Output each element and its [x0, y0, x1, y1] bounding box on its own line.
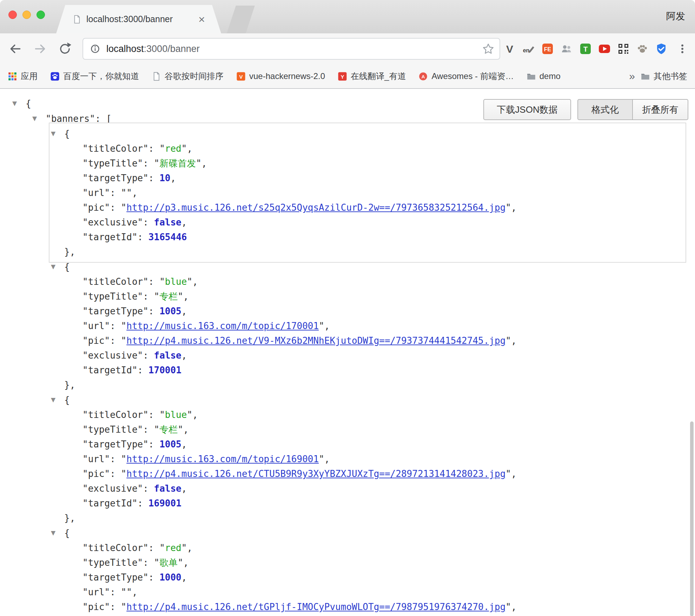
bookmark-label: demo [540, 71, 561, 81]
json-key: "titleColor" [82, 409, 148, 420]
bookmark-item[interactable]: demo [527, 71, 561, 81]
back-button[interactable] [8, 41, 23, 57]
address-bar[interactable]: localhost:3000/banner [82, 38, 500, 60]
bookmark-item[interactable]: 应用 [8, 71, 38, 82]
json-key: "exclusive" [82, 483, 143, 494]
json-punct: " [181, 143, 187, 154]
youtube-icon[interactable] [597, 41, 612, 57]
json-line: "pic": "http://p4.music.126.net/CTU5B9R9… [0, 466, 695, 481]
close-window-button[interactable] [8, 11, 17, 19]
json-link-value[interactable]: http://music.163.com/m/topic/170001 [126, 321, 319, 331]
json-line: }, [0, 378, 695, 392]
fe-extension-icon[interactable]: FE [540, 41, 555, 57]
json-punct: , [192, 409, 198, 420]
forward-button[interactable] [32, 41, 48, 57]
bookmark-star-icon[interactable] [482, 42, 495, 55]
expander-icon[interactable]: ▼ [32, 111, 46, 126]
youdao-dict-icon[interactable]: en [521, 41, 536, 57]
json-line: "targetId": 170001 [0, 363, 695, 378]
json-link-value[interactable]: http://p4.music.126.net/CTU5B9R9y3XyYBZX… [126, 468, 505, 479]
accounts-icon[interactable] [559, 41, 574, 57]
json-punct: : [143, 424, 154, 435]
svg-text:T: T [583, 45, 588, 53]
bookmarks-bar: 应用百度一下，你就知道谷歌按时间排序Vvue-hackernews-2.0Y在线… [0, 64, 695, 89]
expander-icon[interactable]: ▼ [51, 525, 64, 540]
bookmark-item[interactable]: 百度一下，你就知道 [50, 71, 139, 82]
json-key: "targetId" [82, 232, 138, 242]
json-link-value[interactable]: http://p4.music.126.net/V9-MXz6b2MNhEKju… [126, 335, 505, 346]
json-boolean-value: false [154, 350, 181, 361]
json-punct: : [110, 202, 121, 213]
json-line: "typeTitle": "歌单", [0, 555, 695, 570]
bookmark-item[interactable]: 谷歌按时间排序 [152, 71, 224, 82]
json-punct: : [148, 306, 159, 316]
banner-entry: ▼{"titleColor": "red","typeTitle": "歌单",… [0, 525, 695, 616]
json-punct: : [143, 291, 154, 302]
qr-code-icon[interactable] [616, 41, 631, 57]
browser-tab[interactable]: localhost:3000/banner × [56, 5, 221, 33]
expander-icon[interactable]: ▼ [51, 259, 64, 274]
json-number-value: 1000 [159, 572, 181, 583]
json-boolean-value: false [154, 483, 181, 494]
browser-window: localhost:3000/banner × 阿发 localhost:300… [0, 0, 695, 616]
scrollbar-thumb[interactable] [690, 421, 694, 616]
tab-close-icon[interactable]: × [198, 14, 205, 25]
expander-icon[interactable]: ▼ [51, 126, 64, 141]
tab-title: localhost:3000/banner [86, 14, 173, 24]
json-key: "titleColor" [82, 276, 148, 287]
json-punct: : [110, 454, 121, 464]
paw-icon[interactable] [635, 41, 650, 57]
site-info-icon[interactable] [89, 42, 101, 55]
other-bookmarks-folder[interactable]: 其他书签 [641, 71, 687, 82]
json-key: "typeTitle" [82, 557, 143, 568]
json-line: ▼{ [0, 259, 695, 274]
minimize-window-button[interactable] [22, 11, 31, 19]
json-line: ▼"banners": [ [0, 111, 695, 126]
json-string-value: red [165, 543, 181, 553]
blue-shield-check-icon[interactable] [654, 41, 669, 57]
new-tab-button[interactable] [227, 6, 255, 33]
json-line: "titleColor": "blue", [0, 274, 695, 289]
json-punct: " [121, 202, 127, 213]
bookmark-item[interactable]: AAwesomes - 前端资… [418, 71, 514, 82]
json-link-value[interactable]: http://p4.music.126.net/tGPljf-IMOCyPvum… [126, 602, 505, 612]
json-punct: , [187, 143, 192, 154]
vue-hackernews-icon: V [236, 72, 246, 81]
bookmark-label: vue-hackernews-2.0 [249, 71, 325, 81]
youdao-icon: Y [338, 72, 347, 81]
vimium-v-icon[interactable]: V [502, 41, 517, 57]
apps-grid-icon [8, 72, 17, 81]
json-punct: : [148, 173, 159, 183]
json-punct: " [319, 454, 324, 464]
browser-menu-icon[interactable] [675, 41, 690, 57]
folder-icon [641, 72, 650, 81]
bookmark-item[interactable]: Y在线翻译_有道 [338, 71, 406, 82]
json-punct: " [196, 158, 201, 169]
expander-icon[interactable]: ▼ [12, 96, 26, 111]
json-punct: " [159, 143, 165, 154]
json-punct: : [143, 217, 154, 228]
json-punct: : [148, 143, 159, 154]
json-line: "pic": "http://p3.music.126.net/s25q2x5Q… [0, 200, 695, 215]
json-link-value[interactable]: http://p3.music.126.net/s25q2x5QyqsAzilC… [126, 202, 505, 213]
json-line: "url": "http://music.163.com/m/topic/169… [0, 452, 695, 466]
bookmarks-right-cluster: » 其他书签 [629, 71, 687, 82]
expander-icon[interactable]: ▼ [51, 392, 64, 407]
json-string-value: 专栏 [159, 424, 178, 435]
fullscreen-window-button[interactable] [37, 11, 45, 19]
json-link-value[interactable]: http://music.163.com/m/topic/169001 [126, 454, 319, 464]
reload-button[interactable] [57, 41, 73, 57]
json-string-value: 专栏 [159, 291, 178, 302]
json-punct: , [201, 158, 207, 169]
json-punct: " [319, 321, 324, 331]
json-punct: " [505, 202, 511, 213]
json-string-value: blue [165, 409, 187, 420]
green-shield-t-icon[interactable]: T [578, 41, 593, 57]
json-punct: , [181, 217, 187, 228]
bookmark-item[interactable]: Vvue-hackernews-2.0 [236, 71, 325, 81]
json-key: "titleColor" [82, 143, 148, 154]
json-key: "banners" [46, 113, 95, 124]
bookmarks-overflow-chevron[interactable]: » [629, 71, 635, 81]
profile-name[interactable]: 阿发 [666, 10, 685, 22]
json-punct: }, [64, 247, 75, 257]
